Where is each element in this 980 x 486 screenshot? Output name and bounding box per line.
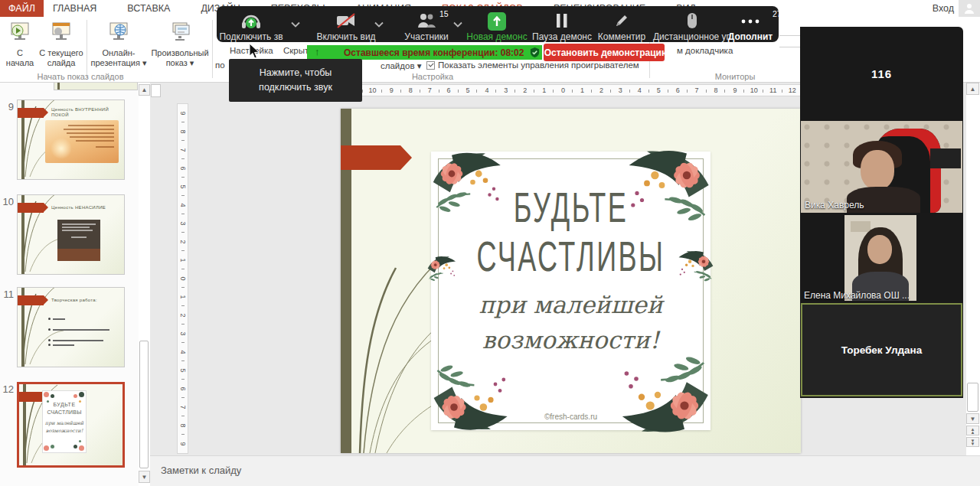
hide-slide-button[interactable]: Скрыт: [283, 46, 309, 55]
thumbnail-slide-12[interactable]: БУДЬТЕСЧАСТЛИВЫпри малейшейвозможности!: [17, 382, 125, 468]
video-tile-1[interactable]: Вика Хаврель: [801, 121, 962, 213]
sign-in-link[interactable]: Вход: [933, 3, 954, 14]
checkbox-icon: [426, 61, 435, 70]
vruler-mark: 1: [178, 251, 188, 269]
hruler-mark: 12: [782, 85, 802, 96]
vruler-mark: 3: [178, 325, 188, 343]
vruler-mark: 4: [178, 196, 188, 214]
hruler-mark: 7: [688, 85, 707, 96]
hruler-mark: 7: [420, 85, 439, 96]
join-audio-tooltip: Нажмите, чтобы подключить звук: [229, 59, 362, 102]
setup-show-button[interactable]: Настройка: [230, 46, 273, 55]
zoom-more-badge: 27: [773, 9, 782, 18]
account-avatar[interactable]: [959, 0, 980, 17]
play-screen-icon: [5, 21, 35, 45]
vruler-mark: 3: [178, 214, 188, 233]
main-scroll-up-button[interactable]: ▲: [966, 83, 979, 95]
ribbon-button-с-текущего[interactable]: С текущегослайда: [37, 20, 86, 68]
tab-вставка[interactable]: ВСТАВКА: [119, 0, 178, 17]
name-tile-3[interactable]: Торебек Улдана: [801, 303, 962, 396]
thumb-bullet: [53, 318, 65, 320]
setup-show-label-part: по: [215, 60, 225, 70]
chevron-down-icon[interactable]: [374, 19, 384, 30]
hruler-mark: 5: [649, 85, 668, 96]
thumb-bullet: [53, 340, 103, 341]
card-title-line2: СЧАСТЛИВЫ: [456, 232, 685, 281]
participant3-name: Торебек Улдана: [841, 344, 922, 356]
thumbnail-slide-9[interactable]: Ценность ВНУТРЕННИЙ ПОКОЙ: [17, 99, 125, 180]
video-tile-2[interactable]: [844, 215, 916, 301]
hruler-mark: 4: [630, 85, 649, 96]
hruler-mark: 10: [744, 85, 763, 96]
previous-slide-button[interactable]: ▲▲: [966, 426, 979, 435]
record-slideshow-label-part[interactable]: слайдов ▾: [381, 60, 421, 71]
thumb-photo: [45, 120, 119, 163]
hruler-mark: 8: [401, 85, 420, 96]
participant1-name: Вика Хаврель: [805, 200, 864, 210]
tab-файл[interactable]: ФАЙЛ: [0, 0, 44, 17]
custom-screen-icon: [149, 21, 211, 45]
pencil-icon: [613, 12, 630, 31]
participant-count: 116: [800, 67, 963, 80]
hruler-mark: 11: [763, 85, 782, 96]
card-title-line1: БУДЬТЕ: [456, 183, 685, 232]
hruler-mark: 2: [515, 85, 534, 96]
ribbon-button-с[interactable]: Сначала: [5, 20, 35, 68]
dots-icon: [740, 17, 760, 28]
vruler-mark: 5: [178, 178, 188, 196]
people-icon: [416, 12, 436, 31]
online-screen-icon: [90, 21, 147, 45]
main-scrollbar-thumb[interactable]: [967, 383, 978, 412]
thumbs-scroll-up-button[interactable]: ▲: [139, 84, 150, 96]
current-screen-icon: [37, 21, 86, 45]
video1-face: [861, 150, 894, 190]
shield-check-icon: [530, 47, 540, 57]
hruler-mark: 3: [496, 85, 515, 96]
hruler-mark: 2: [592, 85, 611, 96]
participant2-name: Елена Михайлова ОШ ...: [804, 290, 910, 301]
thumbnail-slide-11[interactable]: Творческая работа:: [17, 287, 125, 367]
ribbon-fragment-line: [779, 47, 801, 47]
thumbs-scrollbar-thumb[interactable]: [139, 341, 149, 468]
tab-главная[interactable]: ГЛАВНАЯ: [45, 0, 104, 17]
thumbnail-number-10: 10: [0, 196, 14, 207]
next-slide-button[interactable]: ▼▼: [966, 437, 979, 447]
hruler-mark: 6: [439, 85, 459, 96]
horizontal-ruler: 11109876543210123456789101112: [343, 84, 802, 96]
person-icon: [963, 2, 975, 15]
thumbnail-slide-8-partial[interactable]: [54, 83, 138, 90]
group-label-start-slideshow: Начать показ слайдов: [15, 72, 145, 81]
main-scroll-down-button[interactable]: ▼: [966, 413, 979, 424]
meeting-timer-text: Оставшееся время конференции: 08:02: [344, 47, 524, 58]
presenter-mode-label-part[interactable]: м докладчика: [677, 46, 733, 55]
player-controls-checkbox[interactable]: Показать элементы управления проигрывате…: [426, 60, 639, 70]
thumbs-scroll-down-button[interactable]: ▼: [139, 471, 150, 483]
video1-tv: [930, 148, 961, 168]
ribbon-button-онлайн-[interactable]: Онлайн-презентация ▾: [90, 20, 147, 68]
thumb-bullet: [53, 329, 109, 331]
share-icon: [488, 12, 506, 33]
slide-floral-card[interactable]: БУДЬТЕ СЧАСТЛИВЫ при малейшей возможност…: [431, 152, 710, 430]
video2-vent: [851, 221, 871, 232]
notes-bar[interactable]: Заметки к слайду: [150, 455, 980, 486]
zoom-more-button[interactable]: Дополнит27: [708, 6, 792, 42]
thumbnail-slide-10[interactable]: Ценность НЕНАСИЛИЕ: [17, 194, 125, 275]
hruler-mark: 1: [534, 85, 554, 96]
stop-share-label: Остановить демонстрацию: [544, 47, 669, 58]
vruler-mark: 2: [178, 233, 188, 251]
meeting-side-panel: 116 Вика Хаврель Елена Михайлова ОШ ... …: [800, 27, 963, 398]
slide-canvas[interactable]: БУДЬТЕ СЧАСТЛИВЫ при малейшей возможност…: [341, 109, 801, 453]
ribbon-button-произвольный[interactable]: Произвольныйпоказ ▾: [149, 20, 211, 68]
zoom-new-share-label: Новая демонс: [466, 31, 527, 42]
stop-share-button[interactable]: Остановить демонстрацию: [544, 44, 665, 61]
vruler-mark: 6: [178, 159, 188, 178]
tooltip-line1: Нажмите, чтобы: [260, 66, 332, 80]
thumb-red-tag: [18, 295, 44, 305]
thumb-title: Ценность НЕНАСИЛИЕ: [51, 205, 122, 210]
vruler-mark: 8: [178, 122, 188, 141]
zoom-toolbar: Подключить звВключить видУчастники15Нова…: [217, 6, 779, 42]
zoom-join-audio-button[interactable]: Подключить зв: [209, 6, 293, 42]
chevron-down-icon[interactable]: [291, 19, 300, 30]
thumb-image: [57, 220, 100, 261]
thumb-bullet: [53, 344, 74, 346]
